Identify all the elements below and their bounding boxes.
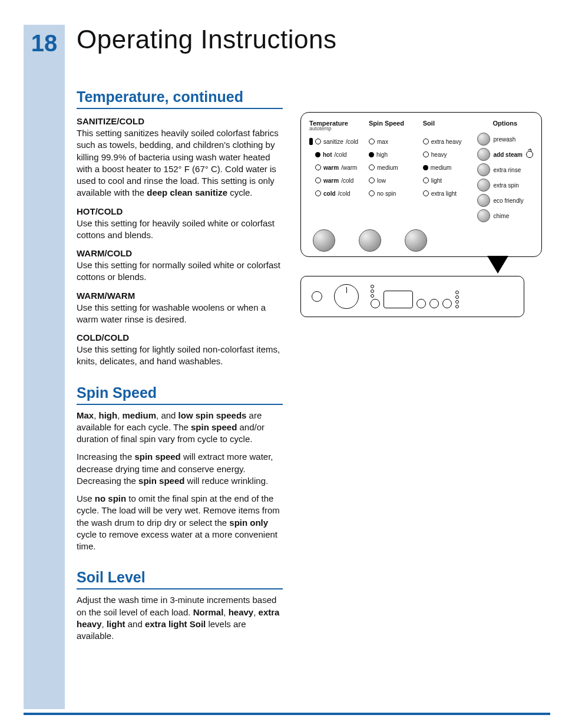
section-heading-temperature: Temperature, continued	[77, 88, 283, 106]
label: /warm	[341, 164, 357, 171]
indicator-filled-icon	[315, 152, 320, 157]
pointer-icon	[487, 256, 508, 274]
subheading-warm-warm: WARM/WARM	[77, 291, 283, 301]
panel-opt-eco: eco friendly	[477, 193, 533, 208]
panel-opt-add-steam: add steam	[477, 147, 533, 162]
thermometer-icon	[309, 138, 313, 145]
mp-opts-col	[455, 291, 459, 308]
page-number-box: 18	[24, 25, 65, 61]
para-sanitize: This setting sanitizes heavily soiled co…	[77, 127, 283, 199]
panel-header-options: Options	[477, 120, 533, 127]
knob-icon	[477, 194, 490, 207]
label: prewash	[494, 136, 516, 143]
bold: spin speed	[191, 422, 237, 432]
selector-knob-icon	[405, 229, 427, 252]
section-temperature: Temperature, continued SANITIZE/COLD Thi…	[77, 88, 283, 368]
indicator-filled-icon	[423, 165, 428, 170]
text: cycle.	[227, 187, 253, 197]
panel-temp-warm-warm: warm/warm	[309, 161, 358, 174]
steam-icon	[526, 151, 533, 158]
indicator-icon	[369, 177, 375, 183]
label: extra light	[431, 190, 457, 197]
label: max	[377, 139, 388, 145]
sidebar-accent	[24, 61, 65, 709]
text: Increasing the	[77, 452, 134, 462]
text: ,	[223, 607, 228, 617]
panel-opt-chime: chime	[477, 208, 533, 223]
section-rule	[77, 404, 283, 405]
para-spin-3: Use no spin to omit the final spin at th…	[77, 493, 283, 552]
panel-soil-heavy: heavy	[423, 148, 467, 161]
text: ,	[253, 607, 258, 617]
para-warm-cold: Use this setting for normally soiled whi…	[77, 259, 283, 284]
para-soil: Adjust the wash time in 3-minute increme…	[77, 594, 283, 642]
label: warm	[323, 177, 339, 184]
subheading-cold: COLD/COLD	[77, 332, 283, 342]
section-soil: Soil Level Adjust the wash time in 3-min…	[77, 569, 283, 642]
mini-knob-icon	[416, 299, 426, 308]
callout-pointer	[454, 256, 542, 274]
bold: no spin	[95, 493, 126, 503]
knob-icon	[477, 133, 490, 146]
selector-knob-icon	[359, 229, 381, 252]
label: /cold	[338, 190, 351, 197]
cycle-dial-icon	[334, 284, 359, 309]
panel-spin-medium: medium	[369, 161, 412, 174]
label: no spin	[377, 190, 396, 197]
label: warm	[323, 164, 339, 171]
indicator-icon	[315, 164, 321, 170]
knob-icon	[477, 148, 490, 161]
label: high	[376, 151, 388, 158]
panel-col-soil: Soil extra heavy heavy medium light extr…	[423, 120, 467, 223]
label: chime	[494, 213, 510, 219]
power-button-icon	[312, 291, 322, 302]
section-rule	[77, 108, 283, 109]
text: and	[125, 619, 145, 629]
manual-page: 18 Operating Instructions Temperature, c…	[0, 0, 562, 728]
mp-temp-col	[371, 285, 380, 308]
knob-icon	[477, 179, 490, 192]
indicator-icon	[423, 190, 429, 196]
panel-spin-max: max	[369, 135, 412, 148]
label: heavy	[431, 151, 447, 158]
label: extra heavy	[431, 139, 462, 145]
machine-panel-overview	[300, 276, 524, 317]
mp-mid-section	[371, 285, 459, 308]
label: medium	[377, 164, 398, 171]
indicator-icon	[369, 164, 375, 170]
label: sanitize	[323, 139, 343, 145]
panel-soil-extra-light: extra light	[423, 187, 467, 200]
indicator-icon	[369, 139, 375, 144]
bold: heavy	[229, 607, 254, 617]
bold: deep clean sanitize	[147, 187, 227, 197]
text: ,	[117, 410, 122, 420]
section-heading-soil: Soil Level	[77, 569, 283, 586]
panel-col-temperature: Temperature autotemp sanitize/cold hot/c…	[309, 120, 358, 223]
text-column: Temperature, continued SANITIZE/COLD Thi…	[77, 88, 283, 658]
indicator-icon	[423, 139, 429, 144]
text: cycle to remove excess water at a more c…	[77, 529, 277, 551]
panel-temp-warm-cold: warm/cold	[309, 174, 358, 187]
section-spin: Spin Speed Max, high, medium, and low sp…	[77, 384, 283, 553]
page-number: 18	[31, 30, 58, 57]
indicator-icon	[315, 139, 321, 144]
bold: spin speed	[138, 476, 184, 486]
bold: low spin speeds	[178, 410, 247, 420]
label: /cold	[335, 151, 347, 158]
bold: high	[99, 410, 118, 420]
indicator-icon	[315, 190, 321, 196]
text: , and	[156, 410, 178, 420]
bold: spin speed	[134, 452, 180, 462]
indicator-icon	[423, 177, 429, 183]
label: cold	[323, 190, 336, 197]
bold: medium	[123, 410, 157, 420]
content-area: Temperature, continued SANITIZE/COLD Thi…	[77, 88, 542, 658]
chapter-title: Operating Instructions	[77, 25, 336, 54]
bold: Normal	[193, 607, 224, 617]
subheading-sanitize: SANITIZE/COLD	[77, 116, 283, 126]
subheading-hot: HOT/COLD	[77, 206, 283, 216]
label: light	[431, 177, 442, 184]
mini-knob-icon	[371, 299, 380, 308]
indicator-icon	[315, 177, 321, 183]
label: add steam	[494, 151, 523, 158]
